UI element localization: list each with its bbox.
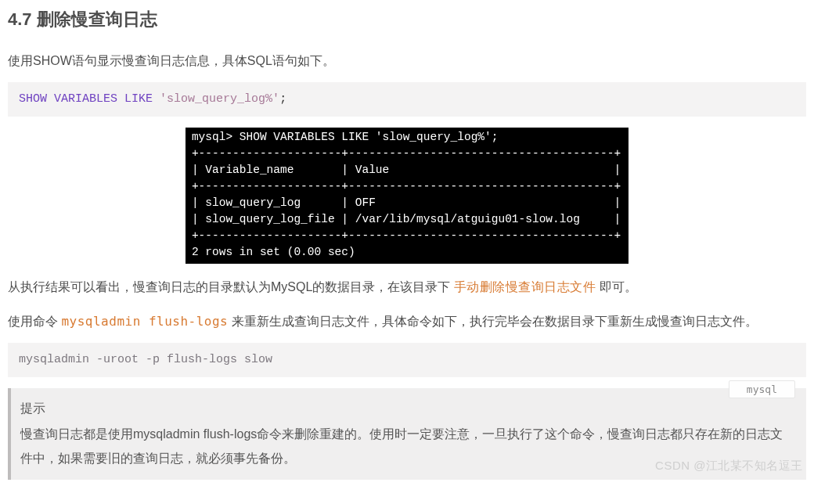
p2-text-b: 即可。 xyxy=(596,280,636,293)
sql-punct: ; xyxy=(279,92,286,106)
watermark: CSDN @江北某不知名逗王 xyxy=(655,459,803,473)
language-badge: mysql xyxy=(729,380,795,398)
sql-string: 'slow_query_log%' xyxy=(160,92,279,106)
p2-text-a: 从执行结果可以看出，慢查询日志的目录默认为MySQL的数据目录，在该目录下 xyxy=(8,280,454,293)
code-block-shell[interactable]: mysqladmin -uroot -p flush-logs slow xyxy=(8,343,806,377)
p3-text-a: 使用命令 xyxy=(8,315,61,328)
terminal-output-container: mysql> SHOW VARIABLES LIKE 'slow_query_l… xyxy=(8,128,806,264)
inline-highlight-manual-delete: 手动删除慢查询日志文件 xyxy=(454,279,596,294)
paragraph-2: 从执行结果可以看出，慢查询日志的目录默认为MySQL的数据目录，在该目录下 手动… xyxy=(8,275,806,299)
p3-text-b: 来重新生成查询日志文件，具体命令如下，执行完毕会在数据目录下重新生成慢查询日志文… xyxy=(228,315,757,328)
sql-keyword: VARIABLES xyxy=(54,92,117,106)
inline-command-flush-logs: mysqladmin flush-logs xyxy=(61,314,228,329)
sql-keyword: SHOW xyxy=(19,92,47,106)
code-block-sql[interactable]: SHOW VARIABLES LIKE 'slow_query_log%'; xyxy=(8,82,806,117)
sql-keyword: LIKE xyxy=(124,92,153,106)
paragraph-3: 使用命令 mysqladmin flush-logs 来重新生成查询日志文件，具… xyxy=(8,309,806,333)
paragraph-1: 使用SHOW语句显示慢查询日志信息，具体SQL语句如下。 xyxy=(8,49,806,73)
terminal-output: mysql> SHOW VARIABLES LIKE 'slow_query_l… xyxy=(185,128,629,264)
shell-command: mysqladmin -uroot -p flush-logs slow xyxy=(19,353,272,366)
section-heading: 4.7 删除慢查询日志 xyxy=(8,8,806,31)
tip-title: 提示 xyxy=(20,396,795,420)
